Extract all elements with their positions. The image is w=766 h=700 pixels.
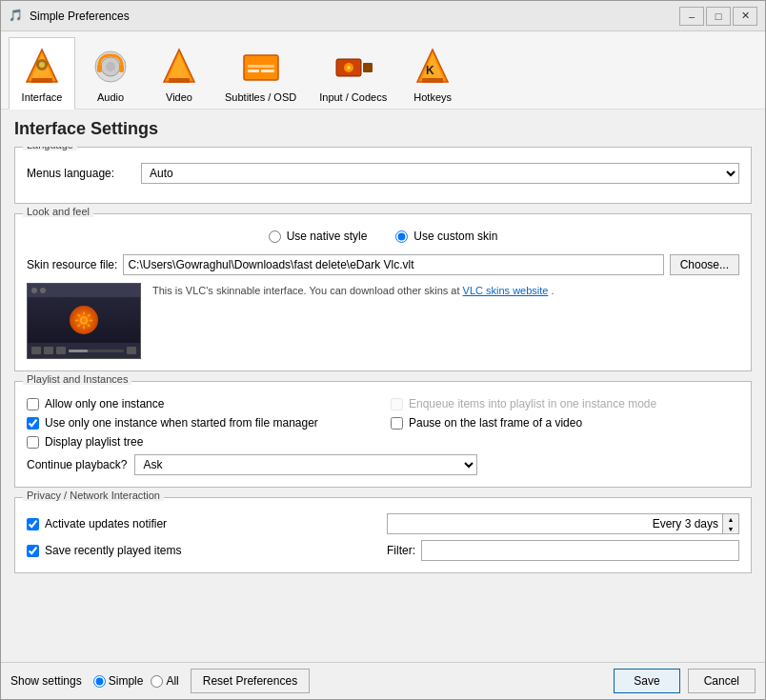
save-button[interactable]: Save	[614, 669, 679, 693]
updates-checkbox[interactable]	[27, 518, 39, 530]
thumb-dot1	[31, 288, 37, 293]
vlc-skins-link[interactable]: VLC skins website	[463, 285, 549, 296]
one-instance-checkbox[interactable]	[27, 398, 39, 410]
thumb-ctrl2	[44, 347, 53, 354]
simple-radio-label: Simple	[109, 674, 144, 688]
thumb-progress	[69, 350, 124, 352]
native-style-option[interactable]: Use native style	[269, 230, 368, 243]
subtitles-icon	[238, 44, 284, 90]
playlist-options-grid: Allow only one instance Enqueue items in…	[27, 397, 739, 449]
pause-last-frame-option[interactable]: Pause on the last frame of a video	[391, 416, 739, 430]
continue-label: Continue playback?	[27, 458, 127, 471]
native-style-label: Use native style	[287, 230, 368, 243]
svg-rect-2	[31, 78, 52, 83]
nav-label-video: Video	[166, 91, 192, 103]
nav-label-input: Input / Codecs	[319, 91, 387, 103]
look-feel-body: Use native style Use custom skin Skin re…	[15, 214, 751, 370]
updates-left: Activate updates notifier	[27, 517, 379, 530]
app-icon: 🎵	[9, 9, 24, 24]
simple-radio[interactable]	[93, 675, 106, 688]
recently-played-option[interactable]: Save recently played items	[27, 544, 181, 557]
content-area: Interface Settings Language Menus langua…	[1, 110, 765, 699]
menus-language-row: Menus language: Auto English French	[27, 163, 739, 184]
maximize-button[interactable]: □	[706, 7, 731, 26]
enqueue-label: Enqueue items into playlist in one insta…	[409, 397, 656, 410]
recently-played-checkbox[interactable]	[27, 545, 39, 557]
svg-rect-18	[363, 63, 373, 72]
privacy-section-title: Privacy / Network Interaction	[23, 490, 164, 501]
custom-skin-radio[interactable]	[395, 230, 408, 243]
recently-played-left: Save recently played items	[27, 544, 379, 557]
pause-last-frame-checkbox[interactable]	[391, 417, 403, 430]
file-manager-option[interactable]: Use only one instance when started from …	[27, 416, 375, 430]
interface-icon	[19, 44, 65, 90]
enqueue-option[interactable]: Enqueue items into playlist in one insta…	[391, 397, 739, 410]
nav-item-audio[interactable]: Audio	[77, 37, 144, 109]
playlist-tree-option[interactable]: Display playlist tree	[27, 435, 375, 449]
nav-label-audio: Audio	[97, 91, 124, 103]
all-radio[interactable]	[151, 675, 163, 688]
main-window: 🎵 Simple Preferences – □ ✕ Interface	[0, 0, 766, 700]
svg-rect-14	[248, 70, 259, 72]
playlist-section-body: Allow only one instance Enqueue items in…	[15, 382, 751, 487]
nav-label-interface: Interface	[22, 91, 63, 103]
nav-item-subtitles[interactable]: Subtitles / OSD	[214, 37, 307, 109]
menus-language-label: Menus language:	[27, 167, 141, 180]
window-title: Simple Preferences	[30, 10, 679, 23]
updates-up-button[interactable]: ▲	[723, 514, 738, 524]
updates-label: Activate updates notifier	[45, 517, 167, 530]
updates-frequency-input[interactable]	[388, 514, 722, 533]
language-section: Language Menus language: Auto English Fr…	[14, 147, 752, 204]
style-radio-group: Use native style Use custom skin	[27, 230, 739, 243]
privacy-section-body: Activate updates notifier ▲ ▼	[15, 498, 751, 572]
file-manager-checkbox[interactable]	[27, 417, 39, 430]
skin-preview-area: 🔆	[27, 283, 739, 359]
nav-item-hotkeys[interactable]: K Hotkeys	[399, 37, 466, 109]
playlist-tree-checkbox[interactable]	[27, 436, 39, 449]
svg-rect-15	[261, 70, 274, 72]
reset-preferences-button[interactable]: Reset Preferences	[191, 669, 310, 693]
privacy-rows: Activate updates notifier ▲ ▼	[27, 513, 739, 561]
scroll-content[interactable]: Language Menus language: Auto English Fr…	[1, 147, 765, 662]
nav-item-video[interactable]: Video	[146, 37, 212, 109]
playlist-section: Playlist and Instances Allow only one in…	[14, 381, 752, 488]
menus-language-select[interactable]: Auto English French	[141, 163, 739, 184]
skin-description: This is VLC's skinnable interface. You c…	[152, 283, 554, 299]
choose-button[interactable]: Choose...	[670, 254, 739, 275]
cancel-button[interactable]: Cancel	[688, 669, 756, 693]
skin-file-input[interactable]	[123, 254, 663, 275]
file-manager-label: Use only one instance when started from …	[45, 416, 318, 430]
nav-item-interface[interactable]: Interface	[9, 37, 75, 110]
language-section-body: Menus language: Auto English French	[15, 148, 751, 203]
one-instance-option[interactable]: Allow only one instance	[27, 397, 375, 410]
updates-option[interactable]: Activate updates notifier	[27, 517, 167, 530]
enqueue-checkbox[interactable]	[391, 398, 403, 410]
thumb-dot2	[40, 288, 46, 293]
menus-language-control: Auto English French	[141, 163, 739, 184]
updates-row: Activate updates notifier ▲ ▼	[27, 513, 739, 534]
continue-playback-select[interactable]: Ask Always Never	[134, 454, 477, 475]
skin-thumbnail: 🔆	[27, 283, 141, 359]
bottom-bar: Show settings Simple All Reset Preferenc…	[1, 662, 765, 699]
filter-right: Filter:	[387, 540, 739, 561]
one-instance-label: Allow only one instance	[45, 397, 164, 410]
minimize-button[interactable]: –	[679, 7, 704, 26]
pause-last-frame-label: Pause on the last frame of a video	[409, 416, 582, 430]
close-button[interactable]: ✕	[733, 7, 757, 26]
language-section-title: Language	[23, 147, 77, 150]
filter-input[interactable]	[421, 540, 739, 561]
look-feel-section: Look and feel Use native style Use custo…	[14, 213, 752, 371]
show-settings-label: Show settings	[10, 674, 82, 688]
simple-radio-option[interactable]: Simple	[93, 674, 144, 688]
updates-down-button[interactable]: ▼	[723, 524, 738, 533]
svg-rect-23	[422, 78, 443, 83]
custom-skin-label: Use custom skin	[413, 230, 497, 243]
nav-item-input[interactable]: Input / Codecs	[309, 37, 397, 109]
nav-bar: Interface Audio	[1, 31, 765, 110]
svg-text:K: K	[426, 64, 434, 77]
native-style-radio[interactable]	[269, 230, 281, 243]
filter-label: Filter:	[387, 544, 415, 557]
svg-rect-16	[248, 65, 274, 68]
custom-skin-option[interactable]: Use custom skin	[395, 230, 497, 243]
all-radio-option[interactable]: All	[151, 674, 178, 688]
